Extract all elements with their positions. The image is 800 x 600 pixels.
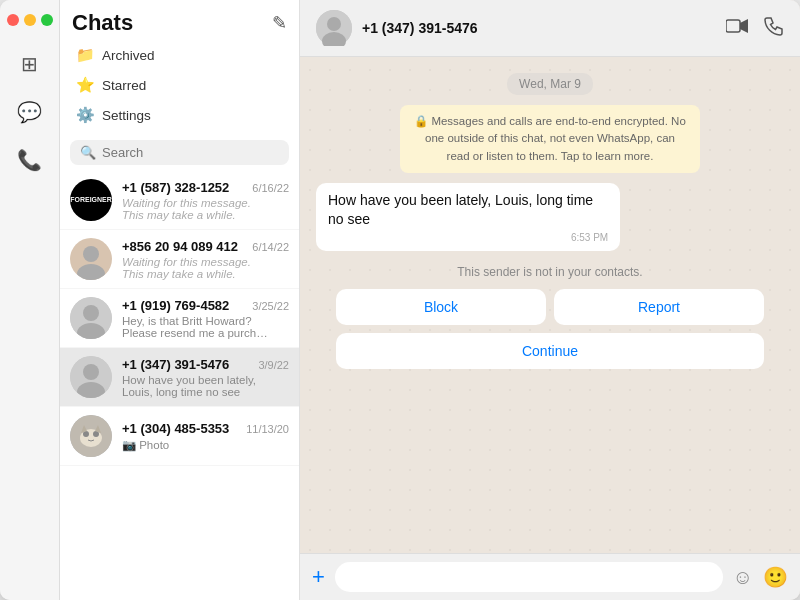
sidebar-item-chats[interactable]: 💬: [8, 90, 52, 134]
svg-point-1: [77, 264, 105, 280]
messages-area: Wed, Mar 9 🔒 Messages and calls are end-…: [300, 57, 800, 553]
chat-date-5: 11/13/20: [246, 423, 289, 435]
message-input[interactable]: [335, 562, 723, 592]
action-row-2: Continue: [336, 333, 764, 369]
add-attachment-button[interactable]: +: [312, 566, 325, 588]
search-input-wrap: 🔍: [70, 140, 289, 165]
chat-preview-3a: Hey, is that Britt Howard?: [122, 315, 289, 327]
panel-tabs: 📁 Archived ⭐ Starred ⚙️ Settings: [60, 40, 299, 130]
sidebar-item-starred[interactable]: ⭐ Starred: [68, 70, 291, 100]
chat-topbar: +1 (347) 391-5476: [300, 0, 800, 57]
block-button[interactable]: Block: [336, 289, 546, 325]
continue-button[interactable]: Continue: [336, 333, 764, 369]
sticker-button[interactable]: 🙂: [763, 565, 788, 589]
action-row-1: Block Report: [336, 289, 764, 325]
message-bubble-1: How have you been lately, Louis, long ti…: [316, 183, 620, 251]
calls-icon: 📞: [17, 148, 42, 172]
chat-info-3: +1 (919) 769-4582 3/25/22 Hey, is that B…: [122, 298, 289, 339]
input-bar: + ☺ 🙂: [300, 553, 800, 600]
chat-topbar-actions: [726, 16, 784, 41]
avatar-5: [70, 415, 112, 457]
chat-info-5: +1 (304) 485-5353 11/13/20 📷 Photo: [122, 421, 289, 452]
chat-preview-4a: How have you been lately,: [122, 374, 289, 386]
minimize-button[interactable]: [24, 14, 36, 26]
chat-info-4: +1 (347) 391-5476 3/9/22 How have you be…: [122, 357, 289, 398]
message-text-1: How have you been lately, Louis, long ti…: [328, 191, 608, 230]
search-icon: 🔍: [80, 145, 96, 160]
chat-item-2[interactable]: +856 20 94 089 412 6/14/22 Waiting for t…: [60, 230, 299, 289]
starred-icon: ⭐: [76, 76, 94, 94]
chat-item-3[interactable]: +1 (919) 769-4582 3/25/22 Hey, is that B…: [60, 289, 299, 348]
sidebar-item-layout[interactable]: ⊞: [8, 42, 52, 86]
chat-topbar-avatar: [316, 10, 352, 46]
avatar-1: FOREIGNER: [70, 179, 112, 221]
window-controls: [7, 14, 53, 26]
chat-main: +1 (347) 391-5476 Wed, Mar 9 🔒 Messages …: [300, 0, 800, 600]
chat-name-1: +1 (587) 328-1252: [122, 180, 229, 195]
sidebar-icons: ⊞ 💬 📞: [0, 0, 60, 600]
chat-preview-5a: 📷 Photo: [122, 438, 289, 452]
chat-name-2: +856 20 94 089 412: [122, 239, 238, 254]
maximize-button[interactable]: [41, 14, 53, 26]
archived-icon: 📁: [76, 46, 94, 64]
search-bar: 🔍: [60, 134, 299, 171]
chat-name-4: +1 (347) 391-5476: [122, 357, 229, 372]
svg-point-15: [327, 17, 341, 31]
layout-icon: ⊞: [21, 52, 38, 76]
avatar-4: [70, 356, 112, 398]
sidebar-item-archived[interactable]: 📁 Archived: [68, 40, 291, 70]
close-button[interactable]: [7, 14, 19, 26]
chat-list-title: Chats: [72, 10, 133, 36]
chat-preview-1a: Waiting for this message.: [122, 197, 289, 209]
settings-icon: ⚙️: [76, 106, 94, 124]
chat-date-4: 3/9/22: [258, 359, 289, 371]
chat-info-1: +1 (587) 328-1252 6/16/22 Waiting for th…: [122, 180, 289, 221]
new-chat-icon[interactable]: ✎: [272, 12, 287, 34]
search-input[interactable]: [102, 145, 279, 160]
svg-point-6: [83, 364, 99, 380]
chat-list-panel: Chats ✎ 📁 Archived ⭐ Starred ⚙️ Settings…: [60, 0, 300, 600]
chat-preview-4b: Louis, long time no see: [122, 386, 289, 398]
encryption-notice: 🔒 Messages and calls are end-to-end encr…: [400, 105, 700, 173]
avatar-2: [70, 238, 112, 280]
message-time-1: 6:53 PM: [328, 232, 608, 243]
chat-name-5: +1 (304) 485-5353: [122, 421, 229, 436]
chat-item-5[interactable]: +1 (304) 485-5353 11/13/20 📷 Photo: [60, 407, 299, 466]
svg-point-0: [83, 246, 99, 262]
chat-preview-1b: This may take a while.: [122, 209, 289, 221]
video-call-button[interactable]: [726, 18, 748, 39]
chat-preview-2a: Waiting for this message.: [122, 256, 289, 268]
chats-icon: 💬: [17, 100, 42, 124]
starred-label: Starred: [102, 78, 146, 93]
date-separator: Wed, Mar 9: [507, 73, 593, 95]
chat-info-2: +856 20 94 089 412 6/14/22 Waiting for t…: [122, 239, 289, 280]
action-buttons: Block Report Continue: [336, 289, 764, 369]
settings-label: Settings: [102, 108, 151, 123]
chat-date-2: 6/14/22: [252, 241, 289, 253]
chat-item-1[interactable]: FOREIGNER +1 (587) 328-1252 6/16/22 Wait…: [60, 171, 299, 230]
avatar-3: [70, 297, 112, 339]
svg-marker-18: [740, 19, 748, 33]
archived-label: Archived: [102, 48, 155, 63]
sender-notice: This sender is not in your contacts.: [316, 265, 784, 279]
chat-list: FOREIGNER +1 (587) 328-1252 6/16/22 Wait…: [60, 171, 299, 600]
emoji-button[interactable]: ☺: [733, 566, 753, 589]
phone-call-button[interactable]: [764, 16, 784, 41]
svg-point-3: [83, 305, 99, 321]
chat-preview-3b: Please resend me a purch…: [122, 327, 289, 339]
sidebar-item-calls[interactable]: 📞: [8, 138, 52, 182]
report-button[interactable]: Report: [554, 289, 764, 325]
chat-topbar-name[interactable]: +1 (347) 391-5476: [362, 20, 716, 36]
sidebar-item-settings[interactable]: ⚙️ Settings: [68, 100, 291, 130]
chat-preview-2b: This may take a while.: [122, 268, 289, 280]
chat-item-4[interactable]: +1 (347) 391-5476 3/9/22 How have you be…: [60, 348, 299, 407]
svg-rect-17: [726, 20, 740, 32]
chat-date-3: 3/25/22: [252, 300, 289, 312]
chat-name-3: +1 (919) 769-4582: [122, 298, 229, 313]
chat-list-title-row: Chats ✎: [60, 0, 299, 40]
chat-date-1: 6/16/22: [252, 182, 289, 194]
